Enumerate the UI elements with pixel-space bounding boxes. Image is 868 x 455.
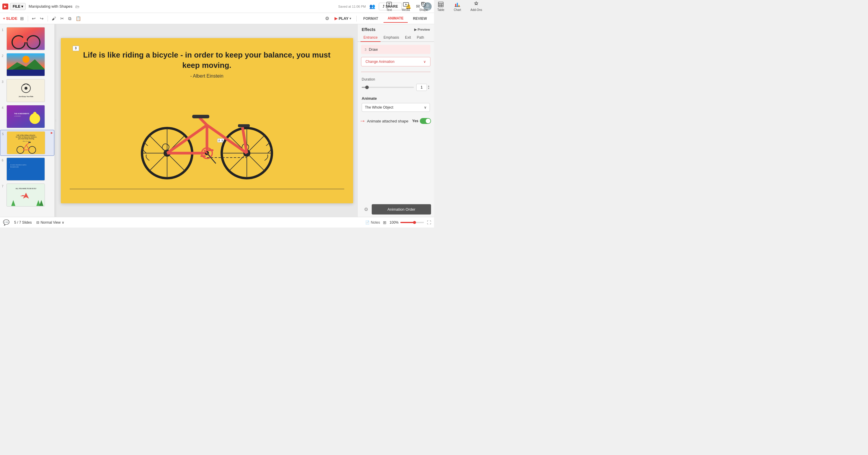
play-triangle-icon: ▶: [335, 16, 337, 21]
toolbar2-right: ⚙ ▶ PLAY ▾ FORMAT ANIMATE REVIEW: [324, 14, 431, 23]
slide-canvas-area: 3 Life is like riding a bicycle - in ord…: [56, 24, 357, 217]
slide-thumb-4[interactable]: 4 THE ACHIEVEMENTS of BUNNIES: [0, 104, 54, 129]
attach-shape-row: → Animate attached shape Yes: [358, 114, 434, 128]
copy-icon[interactable]: ⧉: [67, 15, 73, 22]
toolbar-shape[interactable]: Shape: [414, 0, 433, 13]
svg-rect-52: [28, 142, 31, 143]
save-icon[interactable]: 🗁: [75, 4, 80, 9]
notes-icon: 📄: [365, 220, 370, 225]
tab-emphasis[interactable]: Emphasis: [380, 34, 402, 41]
slide-thumbnail-5: Life is like riding a bicycle - in order…: [7, 131, 45, 154]
draw-num: 3: [365, 48, 366, 51]
change-animation-button[interactable]: Change Animation ∨: [361, 57, 430, 66]
layout-icon[interactable]: ⊞: [383, 220, 386, 225]
slide-thumb-6[interactable]: 6 " an ounce of practice is worth a thou…: [0, 156, 54, 182]
tab-entrance[interactable]: Entrance: [361, 34, 380, 42]
tab-path[interactable]: Path: [414, 34, 427, 41]
slide-thumb-2[interactable]: 2: [0, 52, 54, 77]
change-animation-label: Change Animation: [366, 60, 395, 64]
tab-format[interactable]: FORMAT: [359, 15, 382, 23]
toolbar-table[interactable]: Table: [433, 0, 434, 13]
tab-animate[interactable]: ANIMATE: [383, 14, 408, 23]
svg-text:": ": [9, 162, 10, 163]
toggle-area[interactable]: Yes: [412, 118, 431, 124]
cut-icon[interactable]: ✂: [59, 15, 66, 22]
svg-text:ALL YOU HAVE TO DO IS FLY: ALL YOU HAVE TO DO IS FLY: [16, 188, 37, 189]
svg-point-25: [23, 56, 30, 63]
main-area: 1 2: [0, 24, 434, 217]
secondary-toolbar: + SLIDE ⊞ ↩ ↪ 🖌 ✂ ⧉ 📋 ⚙ ▶ PLAY ▾ FORMAT …: [0, 13, 434, 24]
grid-view-icon[interactable]: ⊞: [19, 15, 25, 22]
paste-icon[interactable]: 📋: [74, 15, 83, 22]
add-slide-button[interactable]: + SLIDE: [3, 16, 18, 21]
chat-icon[interactable]: 💬: [3, 219, 9, 226]
svg-text:Just Enjoy Your Ride: Just Enjoy Your Ride: [19, 96, 33, 97]
format-painter-icon[interactable]: 🖌: [50, 15, 58, 22]
play-button[interactable]: ▶ PLAY ▾: [332, 15, 354, 22]
slides-panel: 1 2: [0, 24, 55, 217]
zoom-slider[interactable]: [400, 222, 424, 223]
slide-thumb-1[interactable]: 1: [0, 26, 54, 51]
toolbar2-separator2: [48, 15, 48, 22]
svg-text:of BUNNIES: of BUNNIES: [14, 116, 21, 117]
svg-text:an ounce of practice is worth : an ounce of practice is worth a: [10, 164, 27, 166]
red-arrow-icon: →: [359, 117, 366, 125]
duration-value: 1: [416, 84, 427, 91]
toggle-switch[interactable]: [420, 118, 431, 124]
toolbar-shape-label: Shape: [419, 8, 428, 11]
preview-button[interactable]: ▶ Preview: [414, 28, 430, 32]
statusbar-right: 📄 Notes ⊞ 100% ⛶: [365, 220, 431, 225]
slide-thumb-5[interactable]: 5 Life is like riding a bicycle - in ord…: [0, 130, 54, 156]
zoom-area: 100%: [390, 220, 424, 225]
animate-dropdown[interactable]: The Whole Object ∨: [362, 103, 430, 112]
effect-tabs: Entrance Emphasis Exit Path: [358, 34, 434, 42]
slide-thumbnail-7: ALL YOU HAVE TO DO IS FLY: [6, 184, 45, 206]
attach-label: Animate attached shape: [367, 119, 408, 123]
duration-label: Duration: [362, 77, 430, 82]
slide-author-text: - Albert Einstein: [61, 73, 353, 85]
toolbar-media[interactable]: Media: [397, 0, 414, 13]
normal-view-button[interactable]: ⊟ Normal View ∨: [36, 220, 64, 225]
svg-rect-29: [7, 79, 45, 102]
draw-label: Draw: [369, 47, 378, 52]
notes-label: Notes: [371, 220, 380, 225]
slide-thumb-7[interactable]: 7 ALL YOU HAVE TO DO IS FLY: [0, 182, 54, 208]
view-dropdown-icon: ∨: [62, 220, 64, 225]
svg-line-82: [247, 153, 265, 171]
people-icon[interactable]: 👥: [368, 2, 376, 10]
toolbar-text[interactable]: Text: [381, 0, 397, 13]
play-dropdown-icon: ▾: [349, 17, 351, 20]
duration-section: Duration 1 ▲ ▼: [358, 74, 434, 94]
animation-order-button[interactable]: Animation Order: [372, 204, 431, 215]
redo-icon[interactable]: ↪: [38, 15, 45, 22]
notes-button[interactable]: 📄 Notes: [365, 220, 380, 225]
tab-review[interactable]: REVIEW: [409, 15, 431, 23]
animate-option: The Whole Object: [365, 105, 393, 109]
duration-steppers[interactable]: ▲ ▼: [428, 85, 430, 90]
grid-icon: ⊟: [36, 220, 39, 225]
settings-icon[interactable]: ⚙: [324, 14, 330, 23]
toolbar-media-label: Media: [402, 8, 410, 11]
slide-thumbnail-1: [6, 27, 45, 50]
document-title: Manipulating with Shapes: [29, 4, 72, 8]
svg-marker-4: [405, 4, 407, 5]
duration-down-arrow[interactable]: ▼: [428, 87, 430, 90]
slide-num-2: 2: [2, 54, 5, 58]
undo-icon[interactable]: ↩: [30, 15, 37, 22]
right-panel: Effects ▶ Preview Entrance Emphasis Exit…: [357, 24, 434, 217]
svg-text:you must keep moving.: you must keep moving.: [18, 138, 35, 139]
panel-settings-icon[interactable]: ⚙: [364, 206, 368, 212]
animate-section: Animate The Whole Object ∨: [358, 94, 434, 114]
toolbar-center: Text Media Shape Table: [381, 0, 434, 13]
slide-bottom-line: [70, 189, 344, 189]
saved-status: Saved at 11:06 PM: [338, 5, 366, 8]
fullscreen-icon[interactable]: ⛶: [427, 220, 431, 225]
svg-line-74: [149, 153, 167, 171]
tab-exit[interactable]: Exit: [402, 34, 414, 41]
draw-animation-item: 3 Draw: [361, 45, 430, 54]
status-bar: 💬 5 / 7 Slides ⊟ Normal View ∨ 📄 Notes ⊞…: [0, 217, 434, 228]
slide-thumb-3[interactable]: 3 Just Enjoy Your Ride: [0, 78, 54, 103]
file-menu-button[interactable]: FILE ▾: [10, 3, 26, 10]
svg-line-89: [199, 118, 207, 125]
duration-slider[interactable]: [362, 87, 414, 88]
